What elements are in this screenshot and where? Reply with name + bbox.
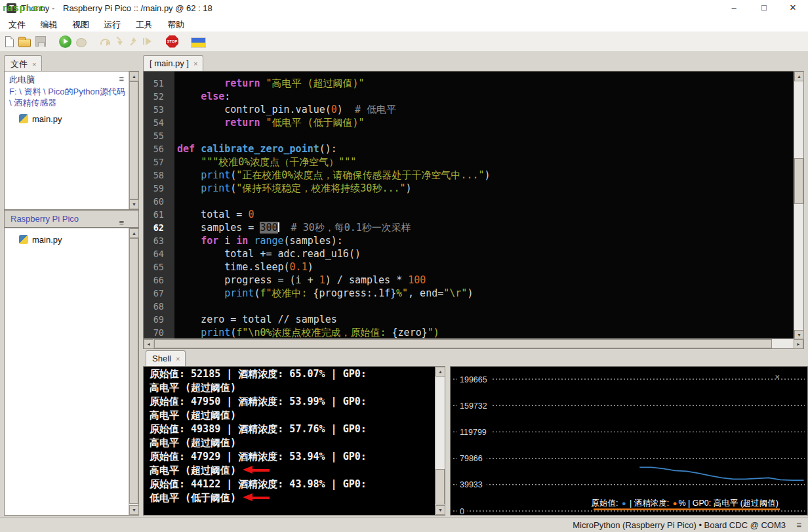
open-folder-icon[interactable] [18, 39, 31, 47]
device-scrollbar-thumb[interactable] [129, 238, 138, 504]
scroll-down-icon[interactable]: ▼ [435, 505, 445, 515]
code-line: 70 print(f"\n0%浓度点校准完成，原始值: {zero}") [144, 326, 794, 338]
code-line: 69 zero = total // samples [144, 313, 794, 326]
tab-shell-label: Shell [152, 354, 171, 363]
resume-icon[interactable] [142, 35, 153, 47]
scroll-up-icon[interactable]: ▲ [129, 228, 139, 238]
maximize-button[interactable]: □ [753, 0, 775, 16]
code-text: progress = (i + 1) / samples * 100 [169, 274, 426, 286]
legend-conc-suffix: % [678, 499, 685, 508]
code-line: 57 """校准0%浓度点（干净空气）""" [144, 155, 794, 169]
code-text: print(f"\n0%浓度点校准完成，原始值: {zero}") [169, 327, 439, 338]
editor-hscrollbar-thumb[interactable] [154, 339, 772, 348]
step-into-icon[interactable] [115, 35, 124, 47]
code-line: 55 [144, 129, 794, 142]
files-path-breadcrumb[interactable]: F: \ 资料 \ Pico的Python源代码 \ 酒精传感器 [9, 86, 126, 108]
tab-files-label: 文件 [10, 59, 28, 69]
files-path-line1[interactable]: F: \ 资料 \ Pico的Python源代码 [9, 86, 126, 97]
new-file-icon[interactable] [5, 36, 14, 47]
save-icon[interactable] [35, 36, 46, 47]
line-number: 67 [144, 287, 169, 300]
files-path-line2[interactable]: \ 酒精传感器 [9, 97, 126, 108]
code-text: total += adc.read_u16() [169, 248, 361, 260]
window-title: Raspberry Pi Pico :: /main.py @ 62 : 18 [63, 3, 212, 13]
line-number: 66 [144, 274, 169, 287]
legend-raw-label: 原始值: [591, 499, 618, 508]
code-text: print(f"校准中: {progress:.1f}%", end="\r") [169, 287, 473, 299]
menu-item-edit[interactable]: 编辑 [34, 17, 63, 33]
shell-line: 高电平 (超过阈值) [150, 464, 434, 478]
line-number: 52 [144, 90, 169, 103]
code-line: 68 [144, 300, 794, 313]
y-tick-label: 0 [460, 507, 464, 516]
run-icon[interactable] [59, 35, 71, 48]
close-button[interactable]: ✕ [782, 0, 804, 16]
local-file-mainpy[interactable]: main.py [5, 112, 127, 125]
code-text: zero = total // samples [169, 314, 337, 325]
editor-hscrollbar[interactable]: ◄ ► [144, 338, 803, 348]
code-line: 63 for i in range(samples): [144, 234, 794, 247]
line-number: 68 [144, 300, 169, 313]
tab-shell-close-icon[interactable]: × [176, 355, 180, 363]
files-panel: 此电脑 ≡ F: \ 资料 \ Pico的Python源代码 \ 酒精传感器 m… [4, 71, 139, 210]
plot-canvas: 19966515973211979979866399330 [451, 367, 807, 515]
toolbar: STOP [0, 31, 808, 51]
ukraine-flag-icon[interactable] [192, 38, 205, 47]
plot-legend: 原始值: ● | 酒精浓度: ●% | GP0: 高电平 (超过阈值) [591, 498, 778, 509]
shell-scrollbar[interactable]: ▲ ▼ [435, 367, 445, 515]
shell-line: 原始值: 49389 | 酒精浓度: 57.76% | GP0: [150, 422, 434, 436]
shell-scrollbar-thumb[interactable] [435, 469, 445, 504]
menu-item-help[interactable]: 帮助 [161, 17, 190, 33]
files-scrollbar-thumb[interactable] [129, 81, 138, 199]
code-text [169, 195, 177, 207]
device-scrollbar[interactable]: ▲ ▼ [129, 228, 138, 515]
debug-icon[interactable] [76, 38, 87, 47]
scroll-down-icon[interactable]: ▼ [129, 199, 139, 209]
editor-vscrollbar[interactable]: ▲ ▼ [794, 72, 803, 340]
files-menu-icon[interactable]: ≡ [119, 74, 124, 84]
files-this-pc[interactable]: 此电脑 [9, 74, 35, 86]
shell-output: 原始值: 52185 | 酒精浓度: 65.07% | GP0:高电平 (超过阈… [144, 367, 434, 515]
status-bar: MicroPython (Raspberry Pi Pico) • Board … [0, 517, 808, 532]
menu-item-file[interactable]: 文件 [3, 17, 31, 33]
tab-files-close-icon[interactable]: × [32, 60, 36, 68]
device-file-mainpy[interactable]: main.py [5, 233, 127, 246]
status-menu-icon[interactable]: ≡ [796, 520, 801, 530]
step-out-icon[interactable] [129, 35, 138, 47]
code-line: 51 return "高电平 (超过阈值)" [144, 77, 794, 90]
line-number: 57 [144, 155, 169, 169]
line-number: 56 [144, 142, 169, 155]
tab-files[interactable]: 文件× [4, 55, 42, 71]
shell-panel[interactable]: 原始值: 52185 | 酒精浓度: 65.07% | GP0:高电平 (超过阈… [143, 366, 445, 516]
menu-item-view[interactable]: 视图 [66, 17, 95, 33]
line-number: 63 [144, 234, 169, 247]
scroll-up-icon[interactable]: ▲ [435, 367, 445, 377]
status-interpreter: MicroPython (Raspberry Pi Pico) • Board … [573, 520, 786, 530]
scroll-left-icon[interactable]: ◄ [144, 339, 153, 349]
line-number: 64 [144, 247, 169, 260]
tab-mainpy[interactable]: [ main.py ]× [143, 55, 203, 71]
legend-conc-label: 酒精浓度: [634, 499, 669, 508]
stop-icon[interactable]: STOP [166, 35, 178, 48]
tab-mainpy-close-icon[interactable]: × [193, 60, 197, 68]
code-line: 66 progress = (i + 1) / samples * 100 [144, 274, 794, 287]
scroll-up-icon[interactable]: ▲ [129, 72, 139, 81]
tab-shell[interactable]: Shell× [146, 350, 186, 366]
line-number: 58 [144, 169, 169, 182]
menu-item-run[interactable]: 运行 [98, 17, 127, 33]
scroll-right-icon[interactable]: ► [794, 339, 803, 349]
step-over-icon[interactable] [100, 35, 110, 47]
shell-line: 原始值: 44122 | 酒精浓度: 43.98% | GP0: [150, 478, 434, 491]
menu-item-tools[interactable]: 工具 [130, 17, 159, 33]
code-editor[interactable]: 51 return "高电平 (超过阈值)"52 else:53 control… [144, 72, 794, 338]
files-scrollbar[interactable]: ▲ ▼ [129, 72, 138, 209]
code-line: 52 else: [144, 90, 794, 103]
plotter-close-icon[interactable]: × [775, 373, 780, 381]
line-number: 60 [144, 195, 169, 208]
tab-mainpy-label: [ main.py ] [150, 58, 189, 68]
editor-vscrollbar-thumb[interactable] [794, 158, 803, 204]
scroll-up-icon[interactable]: ▲ [794, 72, 804, 81]
device-files-panel: main.py ▲ ▼ [4, 228, 139, 516]
minimize-button[interactable]: – [723, 0, 745, 16]
scroll-down-icon[interactable]: ▼ [129, 505, 139, 515]
